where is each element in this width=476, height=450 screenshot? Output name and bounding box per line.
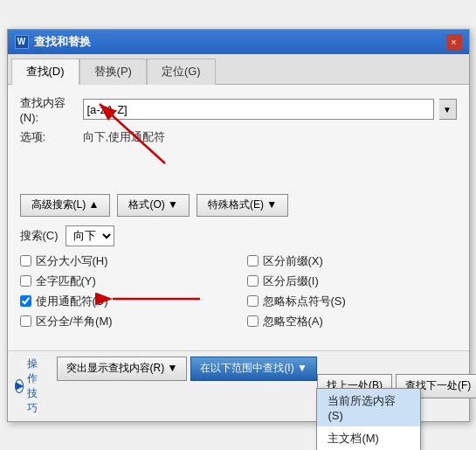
wildcard-label[interactable]: 使用通配符(U): [36, 294, 108, 309]
whole-word-label[interactable]: 全字匹配(Y): [36, 273, 96, 289]
checkbox-space: 忽略空格(A): [247, 314, 457, 329]
title-bar: W 查找和替换 ×: [8, 30, 469, 54]
checkbox-suffix: 区分后缀(I): [247, 273, 457, 289]
search-input-row: 查找内容(N): ▼: [20, 95, 457, 124]
wildcard-checkbox[interactable]: [20, 295, 31, 307]
punct-label[interactable]: 忽略标点符号(S): [263, 294, 346, 309]
checkbox-punct: 忽略标点符号(S): [247, 294, 457, 309]
prefix-label[interactable]: 区分前缀(X): [263, 253, 323, 269]
dialog-content: 查找内容(N): ▼ 选项: 向下,使用通配符 高级搜索(L) ▲ 格式(O) …: [8, 85, 469, 350]
tab-goto-label: 定位(G): [162, 65, 201, 78]
whole-word-checkbox[interactable]: [20, 275, 31, 287]
advanced-search-button[interactable]: 高级搜索(L) ▲: [20, 194, 111, 217]
scope-option-document[interactable]: 主文档(M): [317, 426, 420, 451]
scope-dropdown: 当前所选内容(S) 主文档(M): [316, 388, 421, 451]
find-replace-dialog: W 查找和替换 × 查找(D) 替换(P) 定位(G): [7, 29, 470, 422]
format-label: 格式(O) ▼: [128, 197, 178, 212]
search-dir-label: 搜索(C): [20, 228, 59, 244]
prefix-checkbox[interactable]: [247, 255, 259, 267]
tab-replace-label: 替换(P): [94, 65, 132, 78]
spacer: [20, 152, 457, 178]
scope-option-selection[interactable]: 当前所选内容(S): [317, 389, 420, 426]
search-control: ▼: [83, 99, 457, 120]
fullhalf-label[interactable]: 区分全/半角(M): [36, 314, 113, 329]
checkbox-fullhalf: 区分全/半角(M): [20, 314, 230, 329]
search-label: 查找内容(N):: [20, 95, 83, 124]
punct-checkbox[interactable]: [247, 295, 259, 307]
options-value: 向下,使用通配符: [83, 129, 166, 145]
help-icon: ▶: [15, 379, 24, 393]
scope-button[interactable]: 在以下范围中查找(I) ▼: [190, 357, 317, 381]
title-bar-left: W 查找和替换: [15, 34, 91, 50]
checkboxes-area: 区分大小写(H) 区分前缀(X) 全字匹配(Y) 区分后缀(I) 使用通配符(U…: [20, 253, 457, 329]
case-sensitive-checkbox[interactable]: [20, 255, 31, 267]
help-link[interactable]: 操作技巧: [27, 357, 43, 416]
scope-label: 在以下范围中查找(I) ▼: [200, 361, 307, 376]
search-dropdown-arrow[interactable]: ▼: [439, 99, 457, 120]
close-window-button[interactable]: ×: [446, 34, 462, 50]
app-icon: W: [15, 35, 29, 49]
format-button[interactable]: 格式(O) ▼: [117, 194, 190, 217]
checkbox-case-sensitive: 区分大小写(H): [20, 253, 230, 269]
bottom-bar: ▶ 操作技巧 突出显示查找内容(R) ▼ 在以下范围中查找(I) ▼ 当前所选内…: [8, 350, 469, 421]
special-format-label: 特殊格式(E) ▼: [208, 197, 277, 212]
tabs-bar: 查找(D) 替换(P) 定位(G): [8, 54, 469, 85]
scope-wrapper: 在以下范围中查找(I) ▼ 当前所选内容(S) 主文档(M): [187, 357, 317, 416]
tab-find-label: 查找(D): [26, 65, 65, 78]
tab-goto[interactable]: 定位(G): [147, 59, 216, 85]
space-label[interactable]: 忽略空格(A): [263, 314, 323, 329]
help-section: ▶ 操作技巧: [15, 357, 43, 416]
search-dir-select-wrapper: 向上 向下 全部: [66, 225, 114, 246]
tab-replace[interactable]: 替换(P): [79, 59, 147, 85]
highlight-button[interactable]: 突出显示查找内容(R) ▼: [57, 357, 188, 381]
action-buttons-row: 高级搜索(L) ▲ 格式(O) ▼ 特殊格式(E) ▼: [20, 194, 457, 217]
checkbox-wildcard: 使用通配符(U): [20, 294, 230, 309]
advanced-search-label: 高级搜索(L) ▲: [31, 197, 100, 212]
suffix-label[interactable]: 区分后缀(I): [263, 273, 319, 289]
fullhalf-checkbox[interactable]: [20, 315, 31, 327]
checkbox-whole-word: 全字匹配(Y): [20, 273, 230, 289]
highlight-label: 突出显示查找内容(R) ▼: [66, 361, 178, 376]
checkbox-prefix: 区分前缀(X): [247, 253, 457, 269]
suffix-checkbox[interactable]: [247, 275, 259, 287]
special-format-button[interactable]: 特殊格式(E) ▼: [197, 194, 288, 217]
case-sensitive-label[interactable]: 区分大小写(H): [36, 253, 108, 269]
search-input[interactable]: [83, 99, 434, 120]
dialog-title: 查找和替换: [34, 34, 91, 50]
search-direction-select[interactable]: 向上 向下 全部: [66, 225, 114, 246]
options-row: 选项: 向下,使用通配符: [20, 129, 457, 145]
search-direction-row: 搜索(C) 向上 向下 全部: [20, 225, 457, 246]
tab-find[interactable]: 查找(D): [11, 59, 79, 85]
options-label: 选项:: [20, 129, 83, 145]
space-checkbox[interactable]: [247, 315, 259, 327]
